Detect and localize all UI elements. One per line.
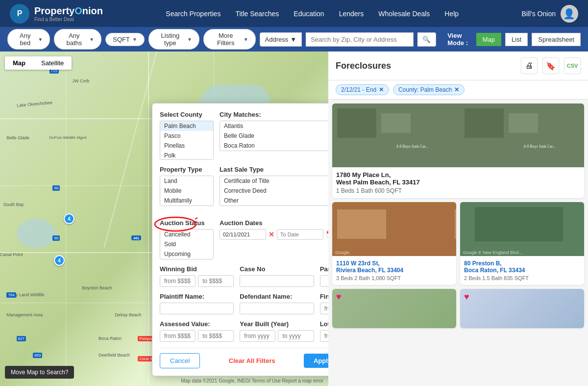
map-pin-1[interactable]: 4 bbox=[64, 213, 74, 224]
county-item-pasco[interactable]: Pasco bbox=[160, 131, 213, 141]
bed-filter-btn[interactable]: Any bed ▼ bbox=[7, 29, 50, 50]
filter-tag-county-remove[interactable]: ✕ bbox=[454, 86, 459, 93]
property-type-list[interactable]: Land Mobile Multifamily bbox=[160, 176, 214, 206]
panel-title: Foreclosures bbox=[336, 61, 391, 71]
status-upcoming[interactable]: Upcoming bbox=[160, 249, 213, 259]
main-content: Map Satellite Lake Okeechob bbox=[0, 51, 588, 386]
property-card-2: Tax Deed Auction 05/12/2021 Upcoming ♥ G… bbox=[332, 202, 456, 285]
final-judgements-section: Final Judgements bbox=[320, 293, 328, 314]
bookmark-button[interactable]: 🔖 bbox=[542, 57, 559, 74]
card2-address-line1[interactable]: 1110 W 23rd St, bbox=[336, 260, 452, 267]
assessed-from[interactable] bbox=[160, 330, 196, 342]
final-judgements-range bbox=[320, 303, 328, 314]
user-area: Bill's Onion 👤 bbox=[521, 5, 578, 23]
auction-dates-row: ✕ 📅 bbox=[220, 229, 328, 240]
winning-bid-range bbox=[160, 275, 234, 287]
filter-tag-date-remove[interactable]: ✕ bbox=[379, 86, 384, 93]
map-pin-2[interactable]: 4 bbox=[54, 255, 65, 266]
map-tab-map[interactable]: Map bbox=[5, 56, 33, 70]
move-map-button[interactable]: Move Map to Search? bbox=[5, 366, 74, 379]
winning-bid-to[interactable] bbox=[198, 275, 234, 287]
case-no-input[interactable] bbox=[240, 275, 314, 287]
address-type-select[interactable]: Address ▼ bbox=[260, 32, 302, 47]
date-calendar-icon[interactable]: 📅 bbox=[326, 231, 328, 238]
view-mode-map-btn[interactable]: Map bbox=[476, 33, 501, 46]
plaintiff-section: Plaintiff Name: bbox=[160, 293, 234, 314]
sqft-filter-btn[interactable]: SQFT ▼ bbox=[105, 33, 145, 46]
status-sold[interactable]: Sold bbox=[160, 239, 213, 249]
county-list[interactable]: Palm Beach Pasco Pinellas Polk bbox=[160, 121, 214, 160]
filter-toolbar: Any bed ▼ Any baths ▼ SQFT ▼ Listing typ… bbox=[0, 27, 588, 51]
county-item-polk[interactable]: Polk bbox=[160, 151, 213, 160]
sale-type-other[interactable]: Other bbox=[220, 196, 328, 206]
nav-help[interactable]: Help bbox=[444, 10, 459, 18]
card1-info: 1780 My Place Ln, West Palm Beach, FL 33… bbox=[332, 167, 584, 198]
year-from[interactable] bbox=[240, 330, 275, 342]
card1-address-line1: 1780 My Place Ln, bbox=[336, 171, 580, 179]
status-cancelled[interactable]: Cancelled bbox=[160, 230, 213, 239]
search-button[interactable]: 🔍 bbox=[417, 32, 436, 47]
lot-size-from[interactable] bbox=[320, 330, 328, 342]
property-card-3: Tax Deed Auction 05/12/2021 Upcoming ♥ S… bbox=[460, 202, 584, 285]
sale-type-deed[interactable]: Corrective Deed bbox=[220, 186, 328, 196]
nav-wholesale-deals[interactable]: Wholesale Deals bbox=[378, 10, 430, 18]
last-sale-list[interactable]: Certificate of Title Corrective Deed Oth… bbox=[220, 176, 328, 206]
auction-status-list[interactable]: Cancelled Sold Upcoming bbox=[160, 229, 214, 259]
judgements-from[interactable] bbox=[320, 303, 328, 314]
card3-info: 80 Preston B, Boca Raton, FL 33434 2 Bed… bbox=[460, 256, 584, 285]
cancel-button[interactable]: Cancel bbox=[160, 353, 200, 368]
view-mode-list-btn[interactable]: List bbox=[505, 33, 528, 46]
nav-title-searches[interactable]: Title Searches bbox=[235, 10, 279, 18]
assessed-to[interactable] bbox=[198, 330, 234, 342]
auction-to-date[interactable] bbox=[277, 229, 323, 240]
nav-lenders[interactable]: Lenders bbox=[339, 10, 364, 18]
lot-size-section: Lot Size (sqft) bbox=[320, 320, 328, 342]
last-sale-type-section: Last Sale Type Certificate of Title Corr… bbox=[220, 166, 328, 213]
filter-tag-date[interactable]: 2/12/21 - End ✕ bbox=[336, 84, 389, 95]
card3-address-line1[interactable]: 80 Preston B, bbox=[464, 260, 580, 267]
property-type-multifamily[interactable]: Multifamily bbox=[160, 196, 213, 206]
case-no-title: Case No bbox=[240, 265, 314, 273]
city-item-boca-raton[interactable]: Boca Raton bbox=[220, 141, 328, 151]
card3-address-line2[interactable]: Boca Raton, FL 33434 bbox=[464, 267, 580, 274]
property-type-land[interactable]: Land bbox=[160, 176, 213, 186]
filter-tag-county[interactable]: County: Palm Beach ✕ bbox=[393, 84, 465, 95]
view-mode-spreadsheet-btn[interactable]: Spreadsheet bbox=[532, 33, 581, 46]
winning-bid-from[interactable] bbox=[160, 275, 196, 287]
year-to[interactable] bbox=[278, 330, 314, 342]
search-input[interactable] bbox=[306, 32, 414, 47]
card2-address-line2[interactable]: Riviera Beach, FL 33404 bbox=[336, 267, 452, 274]
clear-filters-button[interactable]: Clear All Filters bbox=[229, 357, 275, 364]
listing-type-filter-arrow: ▼ bbox=[187, 37, 192, 42]
nav-search-properties[interactable]: Search Properties bbox=[166, 10, 220, 18]
plaintiff-input[interactable] bbox=[160, 303, 234, 314]
assessed-value-title: Assessed Value: bbox=[160, 320, 234, 328]
csv-button[interactable]: CSV bbox=[564, 57, 581, 74]
filter-row-2: Winning Bid Case No Parcel/Tax ID bbox=[160, 265, 328, 287]
auction-from-date[interactable] bbox=[220, 229, 266, 240]
user-avatar[interactable]: 👤 bbox=[561, 5, 578, 23]
date-clear-icon[interactable]: ✕ bbox=[269, 231, 274, 238]
apply-advanced-filters-button[interactable]: Apply Advanced Filters bbox=[304, 354, 328, 368]
county-item-palm-beach[interactable]: Palm Beach bbox=[160, 121, 213, 131]
listing-type-filter-btn[interactable]: Listing type ▼ bbox=[148, 29, 199, 50]
more-filters-btn[interactable]: More Filters ▼ bbox=[203, 29, 256, 50]
parcel-tax-input[interactable] bbox=[320, 275, 328, 287]
city-item-belle-glade[interactable]: Belle Glade bbox=[220, 131, 328, 141]
city-title: City Matches: bbox=[220, 111, 328, 118]
baths-filter-arrow: ▼ bbox=[89, 37, 94, 42]
defendant-input[interactable] bbox=[240, 303, 314, 314]
print-button[interactable]: 🖨 bbox=[521, 57, 538, 74]
baths-filter-btn[interactable]: Any baths ▼ bbox=[54, 29, 101, 50]
property-type-mobile[interactable]: Mobile bbox=[160, 186, 213, 196]
sale-type-cert[interactable]: Certificate of Title bbox=[220, 176, 328, 186]
map-tab-satellite[interactable]: Satellite bbox=[33, 56, 72, 70]
address-dropdown-arrow: ▼ bbox=[290, 36, 296, 43]
county-item-pinellas[interactable]: Pinellas bbox=[160, 141, 213, 151]
lot-size-title: Lot Size (sqft) bbox=[320, 320, 328, 328]
city-list[interactable]: Atlantis Belle Glade Boca Raton bbox=[220, 121, 328, 151]
lot-size-range bbox=[320, 330, 328, 342]
city-item-atlantis[interactable]: Atlantis bbox=[220, 121, 328, 131]
last-sale-title: Last Sale Type bbox=[220, 166, 328, 173]
nav-education[interactable]: Education bbox=[294, 10, 324, 18]
